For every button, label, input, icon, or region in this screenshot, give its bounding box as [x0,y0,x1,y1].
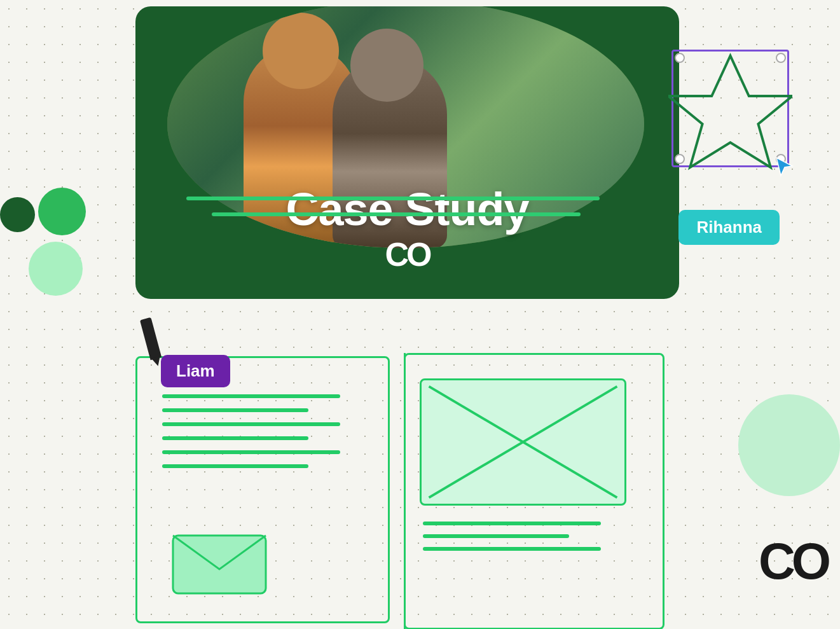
case-study-card: Case Study CO [135,6,679,299]
right-doc-line-2 [423,534,569,538]
circle-medium-green [38,188,86,235]
cursor-arrow-icon [773,155,795,177]
co-logo-card: CO [385,235,430,273]
doc-line-2 [162,408,308,412]
strikethrough-line-top [186,197,600,200]
svg-marker-1 [776,158,792,176]
pencil-icon [140,317,162,360]
doc-line-6 [162,464,308,468]
co-logo-bottom: CO [759,532,827,591]
doc-line-3 [162,422,340,426]
rihanna-tag: Rihanna [678,210,780,245]
right-doc-line-1 [423,522,601,525]
right-doc-line-3 [423,547,601,551]
star-icon [668,46,792,170]
star-element-container [665,43,799,190]
document-lines-left [162,394,340,468]
document-lines-right [423,522,601,551]
liam-tag: Liam [161,355,230,387]
main-scene: Case Study CO Rihanna Liam [0,0,840,629]
circle-dark-green [0,197,35,232]
svg-rect-2 [173,536,266,593]
circle-light-green-right [738,394,840,496]
strikethrough-line-bottom [212,212,581,216]
image-placeholder [420,378,626,506]
svg-marker-0 [668,56,792,168]
doc-line-1 [162,394,340,398]
case-study-title: Case Study [135,183,679,235]
envelope-icon [172,534,267,595]
circle-light-green-large [29,242,83,296]
doc-line-4 [162,436,308,440]
doc-line-5 [162,450,340,454]
